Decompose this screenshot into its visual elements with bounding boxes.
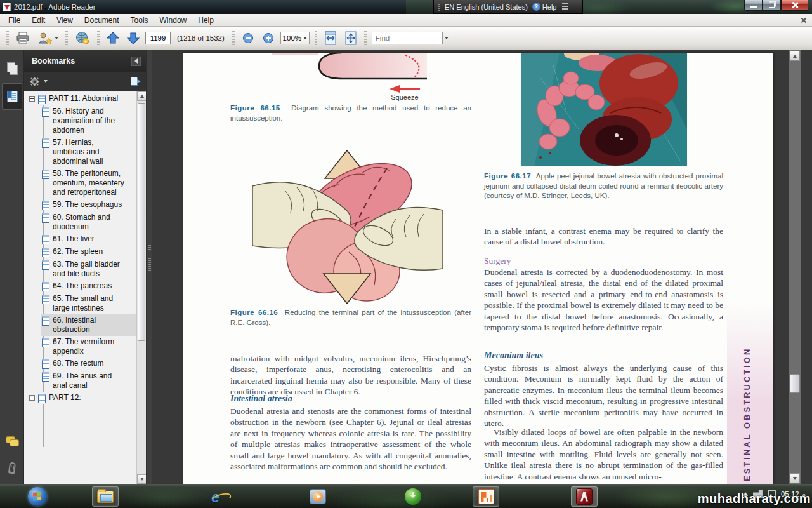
bookmark-page-icon — [42, 316, 49, 326]
bookmark-item[interactable]: 61. The liver — [41, 233, 136, 246]
bookmarks-tab[interactable] — [2, 83, 22, 110]
language-label[interactable]: EN English (United States) — [445, 3, 528, 11]
bookmarks-scrollbar[interactable] — [136, 91, 146, 484]
zoom-out-button[interactable] — [240, 30, 256, 46]
next-page-button[interactable] — [125, 30, 141, 46]
restore-button[interactable] — [763, 0, 781, 11]
bookmark-item[interactable]: 56. History and examination of the abdom… — [41, 105, 136, 137]
fit-width-button[interactable] — [322, 30, 339, 46]
bookmark-page-icon — [42, 248, 49, 257]
page-thumbnails-tab[interactable] — [2, 57, 22, 79]
bookmark-page-icon — [42, 213, 49, 223]
taskbar-media-player-button[interactable] — [304, 486, 331, 507]
bookmark-item[interactable]: 59. The oesophagus — [41, 199, 136, 211]
bookmarks-scrollbar-thumb[interactable] — [138, 103, 145, 341]
attachments-tab[interactable] — [2, 457, 22, 479]
pdf-document-icon — [3, 3, 11, 11]
bookmark-label: 69. The anus and anal canal — [53, 371, 128, 391]
fit-page-button[interactable] — [343, 30, 359, 46]
zoom-level-dropdown[interactable]: 100% — [280, 32, 310, 44]
bookmark-item[interactable]: 67. The vermiform appendix — [41, 336, 136, 358]
bookmark-page-icon — [38, 95, 46, 104]
language-bar-grip[interactable] — [438, 3, 440, 11]
figure-66-15-drawing: Squeeze — [272, 53, 427, 102]
bookmark-page-icon — [42, 338, 49, 347]
scroll-up-button[interactable] — [137, 91, 147, 101]
page-number-input[interactable] — [145, 32, 171, 44]
find-input[interactable] — [372, 32, 443, 44]
figure-66-15-label: Figure 66.15 — [230, 104, 280, 112]
sign-button[interactable] — [36, 30, 60, 46]
bookmark-label: 64. The pancreas — [53, 281, 112, 291]
window-title: 2012.pdf - Adobe Reader — [14, 3, 96, 11]
paragraph-meconium-1: Cystic fibrosis is almost always the und… — [484, 363, 723, 429]
expand-collapse-icon[interactable] — [29, 96, 35, 102]
bookmark-page-icon — [42, 138, 49, 148]
taskbar-powerpoint-button[interactable] — [473, 486, 499, 507]
fit-page-icon — [344, 31, 357, 45]
zoom-in-button[interactable] — [260, 30, 277, 46]
previous-page-button[interactable] — [105, 30, 121, 46]
menu-document[interactable]: Document — [79, 15, 125, 26]
bookmark-page-icon — [42, 107, 49, 117]
taskbar-idm-button[interactable] — [400, 486, 426, 507]
bookmark-item[interactable]: 65. The small and large intestines — [41, 293, 136, 314]
titlebar: 2012.pdf - Adobe Reader EN English (Unit… — [0, 0, 812, 14]
language-bar[interactable]: EN English (United States) ? Help — [433, 0, 583, 14]
print-button[interactable] — [14, 30, 32, 46]
taskbar-explorer-button[interactable] — [92, 486, 119, 507]
toolbar-grip — [65, 31, 68, 45]
bookmarks-options-button[interactable] — [29, 76, 48, 87]
document-scrollbar-thumb[interactable] — [790, 374, 800, 393]
taskbar-internet-explorer-button[interactable]: e — [206, 486, 233, 507]
panel-splitter[interactable] — [146, 50, 152, 484]
taskbar-adobe-reader-button[interactable] — [571, 486, 598, 507]
collapse-panel-button[interactable] — [131, 57, 141, 66]
expand-current-bookmark-button[interactable] — [131, 77, 141, 86]
expand-collapse-icon[interactable] — [29, 395, 35, 401]
bookmark-item[interactable]: 68. The rectum — [41, 358, 136, 370]
bookmark-item[interactable]: PART 11: Abdominal — [28, 93, 136, 105]
bookmark-item[interactable]: 58. The peritoneum, omentum, mesentery a… — [41, 168, 136, 199]
start-button[interactable] — [24, 486, 51, 507]
gear-icon — [29, 76, 40, 87]
bookmark-item[interactable]: 60. Stomach and duodenum — [41, 211, 136, 233]
close-document-icon[interactable] — [799, 16, 808, 25]
figure-66-15-caption: Figure 66.15 Diagram showing the method … — [230, 104, 471, 123]
bookmark-label: 67. The vermiform appendix — [53, 337, 128, 356]
language-help-button[interactable]: ? Help — [532, 3, 557, 11]
bookmark-item[interactable]: 64. The pancreas — [41, 280, 136, 293]
powerpoint-icon — [478, 489, 494, 504]
sign-dropdown-caret[interactable] — [55, 37, 58, 39]
menu-tools[interactable]: Tools — [125, 15, 154, 26]
bookmark-item[interactable]: 66. Intestinal obstruction — [41, 314, 136, 336]
bookmark-item[interactable]: PART 12: — [28, 392, 136, 404]
bookmark-item[interactable]: 62. The spleen — [41, 246, 136, 258]
bookmark-item[interactable]: 63. The gall bladder and bile ducts — [41, 258, 136, 280]
menu-file[interactable]: File — [3, 15, 26, 26]
bookmark-item[interactable]: 69. The anus and anal canal — [41, 370, 136, 392]
collaborate-button[interactable] — [73, 30, 92, 46]
comments-tab[interactable] — [2, 430, 22, 453]
bookmarks-panel-header: Bookmarks — [24, 50, 146, 72]
menu-help[interactable]: Help — [192, 15, 219, 26]
menu-edit[interactable]: Edit — [26, 15, 51, 26]
splitter-grip[interactable] — [148, 245, 151, 272]
language-bar-options-icon[interactable] — [562, 3, 568, 11]
scroll-down-button[interactable] — [137, 474, 147, 484]
chapter-side-tab: ESTINAL OBSTRUCTION — [727, 304, 773, 484]
doc-scroll-down-button[interactable] — [790, 473, 800, 483]
find-dropdown-caret[interactable] — [445, 37, 449, 39]
bookmark-page-icon — [42, 282, 49, 291]
bookmark-page-icon — [42, 235, 49, 244]
minimize-button[interactable] — [744, 0, 763, 11]
bookmark-item[interactable]: 57. Hernias, umbilicus and abdominal wal… — [41, 137, 136, 168]
document-scrollbar[interactable] — [789, 50, 801, 484]
doc-scroll-up-button[interactable] — [790, 51, 800, 61]
menu-window[interactable]: Window — [154, 15, 193, 26]
menu-view[interactable]: View — [51, 15, 79, 26]
bookmark-label: PART 12: — [49, 393, 81, 403]
figure-66-16-label: Figure 66.16 — [230, 309, 278, 316]
close-button[interactable] — [781, 0, 808, 11]
zoom-out-icon — [242, 32, 254, 44]
